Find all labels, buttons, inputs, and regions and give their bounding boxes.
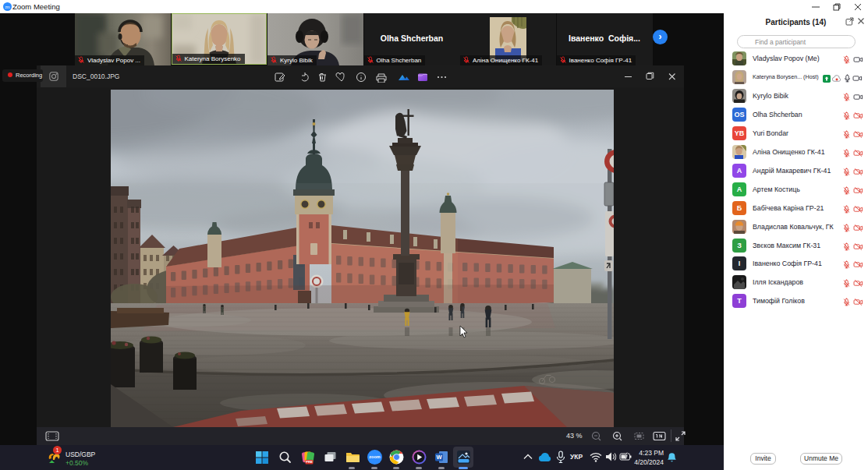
svg-text:W: W: [436, 454, 442, 461]
svg-text:PRE: PRE: [306, 460, 313, 464]
svg-text:zm: zm: [5, 5, 10, 9]
